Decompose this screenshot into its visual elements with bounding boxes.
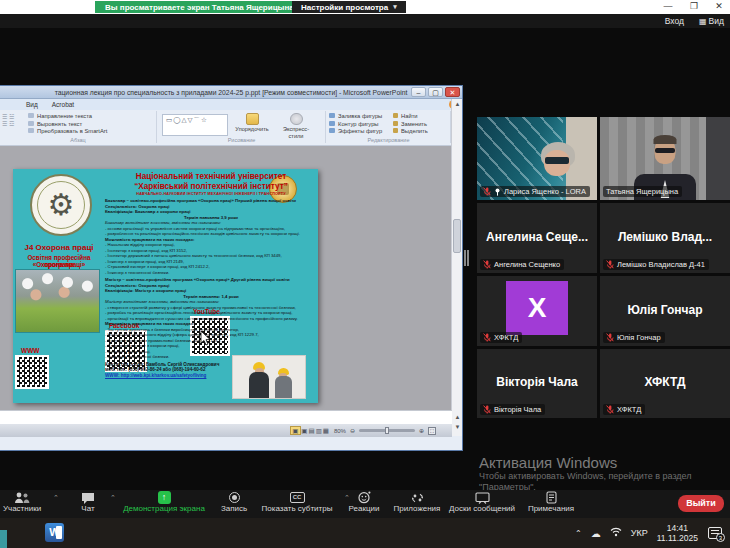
- video-tile-larisa[interactable]: Лариса Ященко - LORA: [477, 117, 597, 200]
- view-settings-dropdown[interactable]: Настройки просмотра ▾: [292, 1, 406, 13]
- word-taskbar-icon[interactable]: W: [45, 523, 64, 542]
- language-indicator[interactable]: УКР: [631, 528, 648, 538]
- participant-name: Ангелина Сещенко: [494, 260, 560, 269]
- chat-button[interactable]: Чат: [58, 491, 118, 514]
- zoom-out-icon[interactable]: ⊖: [350, 427, 355, 434]
- video-tile-angelina[interactable]: Ангелина Сеще... Ангелина Сещенко: [477, 203, 597, 273]
- glasses: [655, 148, 675, 153]
- system-tray: ⌃ ☁ УКР 14:41 11.11.2025 3: [575, 518, 730, 548]
- students-photo: [15, 269, 100, 333]
- share-screen-button[interactable]: ↑ Демонстрация экрана: [114, 491, 214, 514]
- nameplate: Татьяна Ящерицына: [603, 186, 682, 197]
- video-tile-hfktd-avatar[interactable]: X ХФКТД: [477, 276, 597, 346]
- ribbon-button[interactable]: Направление текста: [28, 113, 107, 121]
- notes-button[interactable]: Примечания: [516, 491, 586, 514]
- scroll-up-icon[interactable]: ▲: [452, 99, 463, 109]
- participant-name: Лемішко Владислав Д-41: [617, 260, 705, 269]
- qr-label-www: WWW: [21, 347, 39, 354]
- contact-line: WWW: http://web.kpi.kharkov.ua/safetyofl…: [105, 373, 235, 379]
- ppt-ribbon-tab[interactable]: Acrobat: [52, 99, 74, 110]
- ribbon-button[interactable]: Преобразовать в SmartArt: [28, 128, 107, 136]
- wifi-icon[interactable]: [610, 527, 622, 539]
- notification-center-icon[interactable]: 3: [708, 527, 722, 539]
- program-code: J4 Охорона праці: [13, 243, 105, 252]
- avatar: X: [506, 281, 568, 335]
- leave-meeting-button[interactable]: Выйти: [678, 495, 724, 512]
- ribbon-button[interactable]: Эффекты фигур: [329, 128, 382, 136]
- close-button[interactable]: ✕: [711, 0, 727, 13]
- reactions-icon: [358, 491, 371, 504]
- slide-text-column: Національний технічний університет “Харк…: [105, 172, 317, 379]
- slide-text-line: Бакалавр – освітньо-професійна програма …: [105, 198, 317, 204]
- nameplate: Лемішко Владислав Д-41: [603, 259, 709, 270]
- mic-muted-icon: [483, 333, 491, 342]
- participant-gallery: Лариса Ященко - LORA Татьяна Ящерицына А…: [477, 117, 730, 418]
- participant-name: ХФКТД: [494, 333, 518, 342]
- video-tile-hfktd2[interactable]: ХФКТД ХФКТД: [600, 349, 730, 418]
- video-tile-lemishko[interactable]: Лемішко Влад... Лемішко Владислав Д-41: [600, 203, 730, 273]
- ribbon-button[interactable]: Найти: [393, 113, 428, 121]
- ppt-maximize-button[interactable]: ▢: [428, 87, 443, 97]
- shapes-gallery[interactable]: ▭◯△▽⌒☆: [162, 114, 228, 136]
- arrange-button[interactable]: Упорядочить: [232, 113, 272, 133]
- nameplate: Лариса Ященко - LORA: [480, 186, 590, 197]
- participant-display-name: Ангелина Сеще...: [477, 230, 597, 244]
- notification-count-badge: 3: [716, 533, 725, 542]
- scrollbar-thumb[interactable]: [453, 219, 461, 253]
- zoom-in-icon[interactable]: ⊕: [419, 427, 424, 434]
- participants-button[interactable]: Участники: [0, 491, 52, 514]
- ppt-minimize-button[interactable]: –: [411, 87, 426, 97]
- ppt-vertical-scrollbar[interactable]: ▲ ▲ ▼: [451, 99, 462, 436]
- mic-muted-icon: [606, 260, 614, 269]
- view-button[interactable]: ▦Вид: [699, 14, 724, 28]
- qr-code-www: [15, 355, 49, 389]
- chat-icon: [81, 492, 95, 504]
- video-tile-viktoriya[interactable]: Вікторія Чала Вікторія Чала: [477, 349, 597, 418]
- bachelor-block: Бакалавр – освітньо-професійна програма …: [105, 198, 317, 275]
- paragraph-align-icons[interactable]: ☰ ☱☰ ☲: [2, 114, 26, 128]
- ribbon-button[interactable]: Заменить: [393, 121, 428, 129]
- minimize-button[interactable]: —: [660, 0, 676, 13]
- ppt-ribbon-tab[interactable]: Вид: [26, 99, 38, 110]
- ribbon-button[interactable]: Выделить: [393, 128, 428, 136]
- participant-display-name: Вікторія Чала: [477, 375, 597, 389]
- arrange-icon: [246, 113, 259, 125]
- tray-expand-icon[interactable]: ⌃: [575, 529, 582, 538]
- watching-banner: Вы просматриваете экран Татьяна Ящерицын…: [95, 1, 304, 13]
- nameplate: ХФКТД: [603, 404, 645, 415]
- video-tile-tatyana-active-speaker[interactable]: Татьяна Ящерицына: [600, 117, 730, 200]
- ppt-close-button[interactable]: ✕: [445, 87, 460, 97]
- fit-to-window-icon[interactable]: ⛶: [428, 427, 436, 435]
- login-button[interactable]: Вход: [665, 14, 684, 28]
- scroll-down-icon[interactable]: ▼: [452, 422, 463, 432]
- ribbon-button[interactable]: Контур фигуры: [329, 121, 382, 129]
- ribbon-button[interactable]: Заливка фигуры: [329, 113, 382, 121]
- zoom-slider[interactable]: [359, 429, 415, 432]
- scroll-prev-slide-icon[interactable]: ▲: [452, 412, 463, 422]
- view-glyphs: ▣▤▥▦: [301, 427, 330, 434]
- video-tile-yuliya[interactable]: Юлія Гончар Юлія Гончар: [600, 276, 730, 346]
- clock[interactable]: 14:41 11.11.2025: [657, 523, 698, 543]
- slide-text-line: Магістр – освітньо-професійна програма «…: [105, 277, 317, 283]
- slide-canvas: ⚙ J4 Охорона праці Освітня професійна пр…: [0, 146, 452, 410]
- participant-display-name: Юлія Гончар: [600, 303, 730, 317]
- wall-panel: [706, 117, 730, 200]
- mic-muted-icon: [606, 405, 614, 414]
- mouse-cursor: [200, 331, 211, 346]
- maximize-button[interactable]: ❐: [686, 0, 702, 13]
- onedrive-icon[interactable]: ☁: [591, 528, 601, 539]
- ribbon-button[interactable]: Выровнять текст: [28, 121, 107, 129]
- panel-resize-handle[interactable]: [464, 250, 469, 266]
- slide-title-line1: Національний технічний університет: [105, 172, 317, 182]
- reactions-button[interactable]: Реакции: [334, 491, 394, 514]
- ppt-notes-pane[interactable]: [0, 410, 452, 424]
- viewer-bar: Вы просматриваете экран Татьяна Ящерицын…: [0, 0, 730, 14]
- slide: ⚙ J4 Охорона праці Освітня професійна пр…: [13, 169, 318, 403]
- captions-button[interactable]: CC Показать субтитры: [252, 491, 342, 514]
- share-screen-icon: ↑: [158, 491, 171, 504]
- mic-muted-icon: [483, 187, 491, 196]
- avatar-letter: X: [528, 292, 547, 324]
- whiteboards-button[interactable]: Доски сообщений: [437, 491, 527, 514]
- quick-styles-button[interactable]: Экспресс-стили: [276, 113, 316, 139]
- view-mode-buttons[interactable]: ▣▣▤▥▦: [290, 427, 330, 435]
